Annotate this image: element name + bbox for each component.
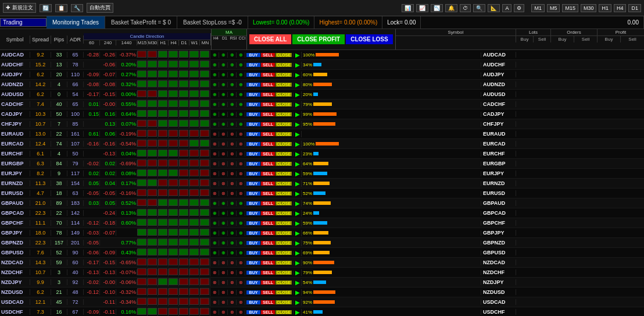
toolbar-icon-9[interactable]: 🔍 bbox=[473, 4, 485, 12]
toolbar-icon-11[interactable]: A bbox=[502, 4, 511, 12]
close-btn[interactable]: CLOSE bbox=[276, 63, 292, 67]
close-btn[interactable]: CLOSE bbox=[276, 211, 292, 215]
close-btn[interactable]: CLOSE bbox=[276, 281, 292, 285]
sell-btn[interactable]: SELL bbox=[261, 182, 275, 186]
buy-btn[interactable]: BUY bbox=[246, 53, 260, 57]
close-btn[interactable]: CLOSE bbox=[276, 251, 292, 255]
h1-btn[interactable]: H1 bbox=[599, 4, 611, 12]
m15-btn[interactable]: M15 bbox=[562, 4, 578, 12]
buy-btn[interactable]: BUY bbox=[246, 290, 260, 294]
buy-btn[interactable]: BUY bbox=[246, 132, 260, 136]
buy-btn[interactable]: BUY bbox=[246, 152, 260, 156]
buy-btn[interactable]: BUY bbox=[246, 281, 260, 285]
close-btn[interactable]: CLOSE bbox=[276, 122, 292, 126]
sell-btn[interactable]: SELL bbox=[261, 191, 275, 196]
m5-btn[interactable]: M5 bbox=[547, 4, 560, 12]
sell-btn[interactable]: SELL bbox=[261, 102, 275, 106]
buy-btn[interactable]: BUY bbox=[246, 162, 260, 166]
sell-btn[interactable]: SELL bbox=[261, 152, 275, 156]
close-btn[interactable]: CLOSE bbox=[276, 201, 292, 205]
sell-btn[interactable]: SELL bbox=[261, 93, 275, 97]
close-btn[interactable]: CLOSE bbox=[276, 261, 292, 265]
sell-btn[interactable]: SELL bbox=[261, 63, 275, 67]
sell-btn[interactable]: SELL bbox=[261, 73, 275, 77]
sell-btn[interactable]: SELL bbox=[261, 162, 275, 166]
buy-btn[interactable]: BUY bbox=[246, 241, 260, 245]
icon-btn-1[interactable]: 🔄 bbox=[40, 4, 52, 12]
toolbar-icon-5[interactable]: 📈 bbox=[416, 4, 428, 12]
tab-monitoring[interactable]: Monitoring Trades bbox=[46, 16, 105, 29]
buy-btn[interactable]: BUY bbox=[246, 201, 260, 205]
sell-btn[interactable]: SELL bbox=[261, 281, 275, 285]
close-btn[interactable]: CLOSE bbox=[276, 182, 292, 186]
d1-btn[interactable]: D1 bbox=[628, 4, 641, 12]
close-btn[interactable]: CLOSE bbox=[276, 53, 292, 57]
buy-btn[interactable]: BUY bbox=[246, 122, 260, 126]
buy-btn[interactable]: BUY bbox=[246, 251, 260, 255]
sell-btn[interactable]: SELL bbox=[261, 261, 275, 265]
toolbar-icon-6[interactable]: 📉 bbox=[431, 4, 443, 12]
buy-btn[interactable]: BUY bbox=[246, 300, 260, 304]
close-btn[interactable]: CLOSE bbox=[276, 221, 292, 225]
close-btn[interactable]: CLOSE bbox=[276, 191, 292, 196]
close-btn[interactable]: CLOSE bbox=[276, 231, 292, 235]
sell-btn[interactable]: SELL bbox=[261, 231, 275, 235]
sell-btn[interactable]: SELL bbox=[261, 172, 275, 176]
buy-btn[interactable]: BUY bbox=[246, 172, 260, 176]
close-btn[interactable]: CLOSE bbox=[276, 300, 292, 304]
sell-btn[interactable]: SELL bbox=[261, 300, 275, 304]
buy-btn[interactable]: BUY bbox=[246, 231, 260, 235]
sell-btn[interactable]: SELL bbox=[261, 211, 275, 215]
sell-btn[interactable]: SELL bbox=[261, 53, 275, 57]
buy-btn[interactable]: BUY bbox=[246, 63, 260, 67]
close-btn[interactable]: CLOSE bbox=[276, 241, 292, 245]
sell-btn[interactable]: SELL bbox=[261, 83, 275, 87]
buy-btn[interactable]: BUY bbox=[246, 182, 260, 186]
toolbar-icon-4[interactable]: 📊 bbox=[402, 4, 414, 12]
sell-btn[interactable]: SELL bbox=[261, 142, 275, 146]
close-profit-btn[interactable]: CLOSE PROFIT bbox=[292, 34, 345, 44]
buy-btn[interactable]: BUY bbox=[246, 93, 260, 97]
close-btn[interactable]: CLOSE bbox=[276, 162, 292, 166]
toolbar-icon-12[interactable]: ⚙ bbox=[514, 4, 524, 12]
m30-btn[interactable]: M30 bbox=[581, 4, 597, 12]
sell-btn[interactable]: SELL bbox=[261, 290, 275, 294]
close-btn[interactable]: CLOSE bbox=[276, 102, 292, 106]
buy-btn[interactable]: BUY bbox=[246, 221, 260, 225]
close-btn[interactable]: CLOSE bbox=[276, 310, 292, 314]
tab-basket-tp[interactable]: Basket TakeProfit = $ 0 bbox=[105, 16, 177, 29]
tab-basket-sl[interactable]: Basket StopLoss =$ -0 bbox=[177, 16, 248, 29]
buy-btn[interactable]: BUY bbox=[246, 142, 260, 146]
buy-btn[interactable]: BUY bbox=[246, 271, 260, 275]
close-btn[interactable]: CLOSE bbox=[276, 73, 292, 77]
buy-btn[interactable]: BUY bbox=[246, 112, 260, 116]
sell-btn[interactable]: SELL bbox=[261, 271, 275, 275]
buy-btn[interactable]: BUY bbox=[246, 211, 260, 215]
auto-trade-btn[interactable]: 自動売買 bbox=[87, 3, 113, 13]
buy-btn[interactable]: BUY bbox=[246, 102, 260, 106]
buy-btn[interactable]: BUY bbox=[246, 310, 260, 314]
toolbar-icon-7[interactable]: 🔔 bbox=[445, 4, 457, 12]
buy-btn[interactable]: BUY bbox=[246, 191, 260, 196]
close-btn[interactable]: CLOSE bbox=[276, 93, 292, 97]
sell-btn[interactable]: SELL bbox=[261, 122, 275, 126]
buy-btn[interactable]: BUY bbox=[246, 73, 260, 77]
sell-btn[interactable]: SELL bbox=[261, 310, 275, 314]
sell-btn[interactable]: SELL bbox=[261, 241, 275, 245]
toolbar-icon-8[interactable]: ⏱ bbox=[460, 4, 471, 12]
close-btn[interactable]: CLOSE bbox=[276, 271, 292, 275]
m1-btn[interactable]: M1 bbox=[531, 4, 545, 12]
close-btn[interactable]: CLOSE bbox=[276, 112, 292, 116]
close-btn[interactable]: CLOSE bbox=[276, 142, 292, 146]
trading-input[interactable] bbox=[0, 18, 46, 27]
close-btn[interactable]: CLOSE bbox=[276, 172, 292, 176]
close-all-btn[interactable]: CLOSE ALL bbox=[249, 34, 291, 44]
buy-btn[interactable]: BUY bbox=[246, 83, 260, 87]
sell-btn[interactable]: SELL bbox=[261, 221, 275, 225]
icon-btn-2[interactable]: 📋 bbox=[55, 4, 67, 12]
h4-btn[interactable]: H4 bbox=[614, 4, 627, 12]
toolbar-icon-10[interactable]: 📐 bbox=[488, 4, 500, 12]
sell-btn[interactable]: SELL bbox=[261, 112, 275, 116]
sell-btn[interactable]: SELL bbox=[261, 201, 275, 205]
sell-btn[interactable]: SELL bbox=[261, 251, 275, 255]
